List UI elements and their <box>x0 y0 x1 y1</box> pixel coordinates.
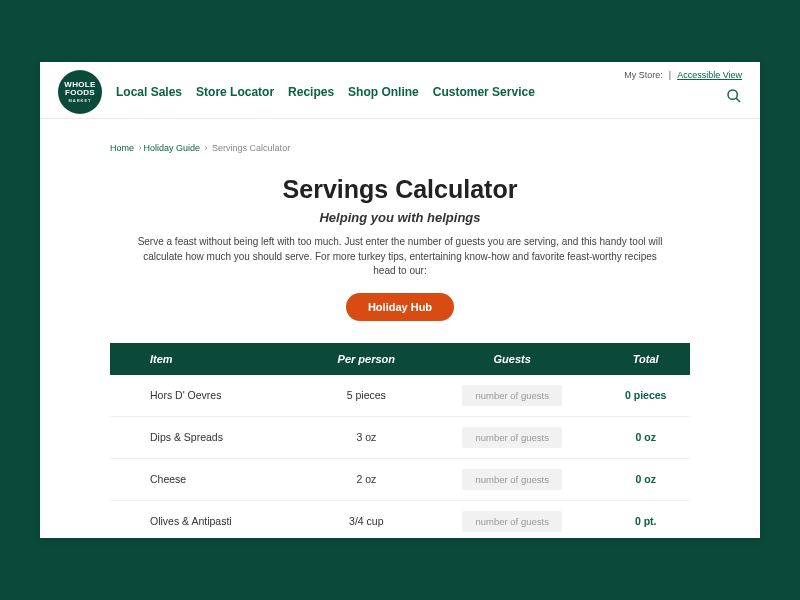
cell-total: 0 oz <box>602 416 691 458</box>
page-card: WHOLE FOODS MARKET Local Sales Store Loc… <box>40 62 760 538</box>
th-per: Per person <box>310 343 423 375</box>
page-subtitle: Helping you with helpings <box>110 210 690 225</box>
cell-per: 5 pieces <box>310 375 423 417</box>
intro-text: Serve a feast without being left with to… <box>135 235 665 279</box>
svg-point-0 <box>728 90 737 99</box>
cell-guests <box>423 375 602 417</box>
content: Home ›Holiday Guide › Servings Calculato… <box>40 119 760 538</box>
page-title: Servings Calculator <box>110 175 690 204</box>
cell-guests <box>423 458 602 500</box>
my-store-label: My Store: <box>624 70 663 80</box>
servings-table: Item Per person Guests Total Hors D' Oev… <box>110 343 690 539</box>
accessible-view-link[interactable]: Accessible View <box>677 70 742 80</box>
breadcrumb-sep: › <box>205 143 208 153</box>
logo[interactable]: WHOLE FOODS MARKET <box>58 70 102 114</box>
holiday-hub-button[interactable]: Holiday Hub <box>346 293 454 321</box>
top-right-bar: My Store: | Accessible View <box>624 70 742 80</box>
search-icon[interactable] <box>726 88 742 104</box>
breadcrumb-home[interactable]: Home <box>110 143 134 153</box>
cell-item: Dips & Spreads <box>110 416 310 458</box>
cell-item: Hors D' Oevres <box>110 375 310 417</box>
logo-line2: FOODS <box>65 89 95 97</box>
cell-guests <box>423 500 602 538</box>
nav-store-locator[interactable]: Store Locator <box>196 85 274 99</box>
guests-input[interactable] <box>462 469 562 490</box>
table-row: Olives & Antipasti 3/4 cup 0 pt. <box>110 500 690 538</box>
header: WHOLE FOODS MARKET Local Sales Store Loc… <box>40 62 760 119</box>
table-row: Cheese 2 oz 0 oz <box>110 458 690 500</box>
guests-input[interactable] <box>462 385 562 406</box>
guests-input[interactable] <box>462 511 562 532</box>
guests-input[interactable] <box>462 427 562 448</box>
table-row: Dips & Spreads 3 oz 0 oz <box>110 416 690 458</box>
cell-per: 3/4 cup <box>310 500 423 538</box>
cell-total: 0 oz <box>602 458 691 500</box>
cell-per: 3 oz <box>310 416 423 458</box>
breadcrumb-sep: › <box>139 143 142 153</box>
th-total: Total <box>602 343 691 375</box>
cell-item: Olives & Antipasti <box>110 500 310 538</box>
nav-shop-online[interactable]: Shop Online <box>348 85 419 99</box>
main-nav: Local Sales Store Locator Recipes Shop O… <box>116 85 535 99</box>
nav-customer-service[interactable]: Customer Service <box>433 85 535 99</box>
th-guests: Guests <box>423 343 602 375</box>
breadcrumb-guide[interactable]: Holiday Guide <box>144 143 201 153</box>
cell-guests <box>423 416 602 458</box>
top-sep: | <box>669 70 671 80</box>
cell-item: Cheese <box>110 458 310 500</box>
logo-line3: MARKET <box>68 99 91 103</box>
table-row: Hors D' Oevres 5 pieces 0 pieces <box>110 375 690 417</box>
table-body: Hors D' Oevres 5 pieces 0 pieces Dips & … <box>110 375 690 539</box>
th-item: Item <box>110 343 310 375</box>
svg-line-1 <box>736 98 740 102</box>
breadcrumb: Home ›Holiday Guide › Servings Calculato… <box>110 143 690 153</box>
breadcrumb-current: Servings Calculator <box>212 143 290 153</box>
cell-total: 0 pieces <box>602 375 691 417</box>
nav-local-sales[interactable]: Local Sales <box>116 85 182 99</box>
nav-recipes[interactable]: Recipes <box>288 85 334 99</box>
cell-per: 2 oz <box>310 458 423 500</box>
cell-total: 0 pt. <box>602 500 691 538</box>
